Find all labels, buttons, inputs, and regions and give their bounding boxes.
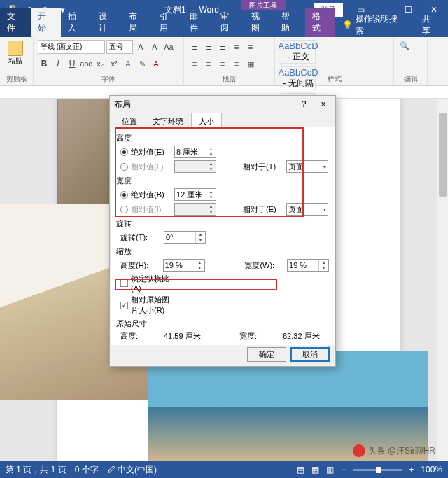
- checkbox-relative-original[interactable]: ✓: [120, 302, 128, 309]
- paste-button[interactable]: 粘贴: [4, 38, 27, 66]
- dialog-title: 布局: [114, 99, 131, 111]
- share-button[interactable]: 共享: [412, 13, 449, 37]
- ok-button[interactable]: 确定: [247, 347, 286, 362]
- shrink-font-icon[interactable]: A: [148, 40, 161, 54]
- vertical-scrollbar[interactable]: [438, 99, 448, 461]
- tab-references[interactable]: 引用: [153, 8, 183, 37]
- multilevel-icon[interactable]: ≣: [216, 40, 229, 54]
- select-width-relativeto[interactable]: 页面: [286, 203, 328, 216]
- status-words[interactable]: 0 个字: [75, 464, 99, 476]
- spin-down-icon[interactable]: ▼: [319, 265, 328, 271]
- watermark-avatar-icon: [353, 444, 365, 457]
- status-bar: 第 1 页，共 1 页 0 个字 🖊 中文(中国) ▤ ▦ ▥ − + 100%: [0, 461, 448, 478]
- zoom-value[interactable]: 100%: [421, 465, 442, 475]
- spin-up-icon[interactable]: ▲: [319, 260, 328, 265]
- highlight-icon[interactable]: ✎: [136, 57, 148, 71]
- input-scale-height[interactable]: ▲▼: [163, 259, 205, 272]
- watermark: 头条 @汪Sir聊HR: [353, 444, 435, 457]
- group-editing: 🔍 编辑: [394, 37, 428, 85]
- original-width-value: 62.32 厘米: [283, 331, 320, 342]
- dialog-help-icon[interactable]: ?: [296, 99, 312, 109]
- contextual-tab-label: 图片工具: [241, 0, 286, 10]
- tab-file[interactable]: 文件: [0, 8, 31, 37]
- font-name-combo[interactable]: 等线 (西文正): [38, 40, 105, 54]
- input-height-absolute[interactable]: ▲▼: [174, 146, 216, 158]
- select-height-relativeto[interactable]: 页面: [286, 160, 328, 173]
- group-label-styles: 样式: [275, 74, 393, 84]
- zoom-in-icon[interactable]: +: [409, 465, 414, 475]
- view-print-icon[interactable]: ▦: [312, 465, 319, 475]
- radio-width-absolute[interactable]: [120, 191, 128, 199]
- spin-up-icon[interactable]: ▲: [206, 189, 216, 195]
- tab-help[interactable]: 帮助: [274, 8, 305, 37]
- input-width-relative: ▲▼: [174, 203, 216, 216]
- tab-layout[interactable]: 布局: [122, 8, 153, 37]
- tab-review[interactable]: 审阅: [214, 8, 244, 37]
- style-normal[interactable]: AaBbCcD- 正文: [281, 40, 316, 64]
- radio-width-relative[interactable]: [120, 206, 128, 213]
- zoom-out-icon[interactable]: −: [341, 465, 346, 475]
- find-icon[interactable]: 🔍: [398, 38, 411, 52]
- indent-inc-icon[interactable]: ≡: [244, 40, 257, 54]
- underline-icon[interactable]: U: [66, 57, 78, 71]
- font-color-icon[interactable]: A: [150, 57, 162, 71]
- grow-font-icon[interactable]: A: [134, 40, 147, 54]
- tab-mailings[interactable]: 邮件: [183, 8, 214, 37]
- dialog-close-icon[interactable]: ×: [316, 99, 331, 109]
- bulb-icon: 💡: [342, 20, 353, 30]
- spin-down-icon[interactable]: ▼: [206, 152, 216, 157]
- align-left-icon[interactable]: ≡: [188, 57, 201, 71]
- tell-me[interactable]: 💡操作说明搜索: [335, 13, 412, 37]
- bullets-icon[interactable]: ≣: [188, 40, 201, 54]
- section-rotate: 旋转: [116, 218, 329, 229]
- change-case-icon[interactable]: Aa: [162, 40, 175, 54]
- original-height-value: 41.59 厘米: [164, 331, 213, 342]
- tab-home[interactable]: 开始: [31, 8, 62, 37]
- italic-icon[interactable]: I: [52, 57, 64, 71]
- zoom-knob[interactable]: [376, 467, 382, 473]
- tab-view[interactable]: 视图: [244, 8, 275, 37]
- cancel-button[interactable]: 取消: [290, 347, 330, 362]
- scroll-thumb[interactable]: [439, 113, 447, 197]
- spin-up-icon[interactable]: ▲: [195, 260, 204, 265]
- checkbox-lock-aspect[interactable]: [120, 279, 128, 287]
- zoom-slider[interactable]: [353, 469, 402, 471]
- tab-insert[interactable]: 插入: [61, 8, 92, 37]
- dialog-body: 高度 绝对值(E) ▲▼ 相对值(L) ▲▼ 相对于(T) 页面 宽度 绝对值(…: [111, 127, 335, 345]
- justify-icon[interactable]: ≡: [230, 57, 243, 71]
- input-scale-width[interactable]: ▲▼: [287, 259, 329, 272]
- radio-height-relative[interactable]: [120, 163, 128, 171]
- view-read-icon[interactable]: ▤: [297, 465, 304, 475]
- align-right-icon[interactable]: ≡: [216, 57, 229, 71]
- sub-icon[interactable]: x₂: [94, 57, 106, 71]
- strike-icon[interactable]: abc: [80, 57, 92, 71]
- view-web-icon[interactable]: ▥: [326, 465, 334, 475]
- layout-dialog: 布局 ? × 位置 文字环绕 大小 高度 绝对值(E) ▲▼ 相对值(L) ▲▼…: [109, 95, 336, 367]
- numbering-icon[interactable]: ≣: [202, 40, 215, 54]
- input-width-absolute[interactable]: ▲▼: [174, 188, 216, 201]
- status-page[interactable]: 第 1 页，共 1 页: [6, 464, 66, 476]
- input-rotation[interactable]: ▲▼: [164, 231, 206, 244]
- spin-down-icon[interactable]: ▼: [206, 195, 216, 200]
- section-original: 原始尺寸: [116, 318, 329, 329]
- section-width: 宽度: [116, 176, 329, 186]
- tab-format[interactable]: 格式: [305, 8, 336, 37]
- font-size-combo[interactable]: 五号: [106, 40, 133, 54]
- text-effects-icon[interactable]: A: [122, 57, 134, 71]
- bold-icon[interactable]: B: [38, 57, 50, 71]
- radio-height-absolute[interactable]: [120, 148, 128, 156]
- indent-dec-icon[interactable]: ≡: [230, 40, 243, 54]
- spin-up-icon[interactable]: ▲: [196, 232, 205, 237]
- status-lang[interactable]: 🖊 中文(中国): [107, 464, 157, 476]
- spin-up-icon[interactable]: ▲: [206, 146, 216, 152]
- spin-down-icon[interactable]: ▼: [195, 265, 204, 271]
- sup-icon[interactable]: x²: [108, 57, 120, 71]
- align-center-icon[interactable]: ≡: [202, 57, 215, 71]
- group-styles: AaBbCcD- 正文 AaBbCcD- 无间隔 AaBl 样式: [275, 37, 394, 85]
- section-height: 高度: [116, 133, 329, 143]
- shading-icon[interactable]: ▦: [244, 57, 257, 71]
- spin-down-icon[interactable]: ▼: [196, 237, 205, 243]
- dialog-titlebar[interactable]: 布局 ? ×: [110, 96, 335, 113]
- ribbon: 粘贴 剪贴板 等线 (西文正) 五号 A A Aa B I U abc x₂ x…: [0, 37, 448, 86]
- tab-design[interactable]: 设计: [92, 8, 122, 37]
